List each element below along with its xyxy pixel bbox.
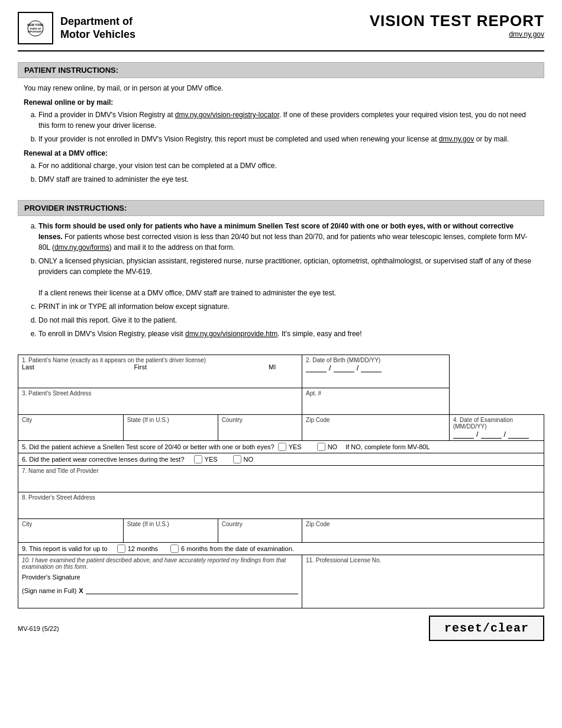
state-input[interactable] (127, 423, 214, 436)
last-label: Last (22, 363, 134, 371)
patient-intro: You may renew online, by mail, or in per… (24, 83, 538, 94)
provider-name-cell: 7. Name and Title of Provider (18, 466, 544, 492)
snellen-no-text: NO (328, 443, 338, 450)
svg-text:STATE OF: STATE OF (30, 27, 41, 30)
city-input[interactable] (22, 423, 119, 436)
apt-input[interactable] (306, 397, 445, 410)
provider-city-cell: City (18, 519, 124, 543)
form-row-8b: City State (If in U.S.) Country Zip Code (18, 519, 544, 543)
report-title-area: VISION TEST REPORT dmv.ny.gov (370, 12, 544, 38)
corrective-no-text: NO (244, 456, 254, 463)
city-label: City (22, 417, 119, 423)
zip-cell: Zip Code (302, 415, 450, 441)
form-row-6: 6. Did the patient wear corrective lense… (18, 453, 544, 466)
license-no-input[interactable] (306, 563, 540, 576)
zip-input[interactable] (306, 423, 445, 436)
sig-label-row: Provider's Signature (22, 574, 298, 581)
exam-day-input[interactable] (481, 430, 502, 439)
provider-country-cell: Country (218, 519, 302, 543)
vision-provide-link: dmv.ny.gov/visionprovide.htm (185, 330, 277, 338)
ny-state-logo: NEW YORK STATE OF OPPORTUNITY. (18, 12, 53, 44)
form-table: 1. Patient's Name (exactly as it appears… (18, 355, 544, 608)
report-title: VISION TEST REPORT (370, 12, 544, 30)
city-cell: City (18, 415, 124, 441)
exam-month-input[interactable] (453, 430, 474, 439)
street-address-cell: 3. Patient's Street Address (18, 388, 302, 415)
field2-label: 2. Date of Birth (MM/DD/YY) (306, 357, 445, 363)
twelve-months-label[interactable]: 12 months (117, 545, 158, 553)
corrective-no-checkbox[interactable] (233, 455, 241, 463)
country-input[interactable] (222, 423, 298, 436)
corrective-row: 6. Did the patient wear corrective lense… (22, 455, 540, 463)
exam-year-input[interactable] (508, 430, 529, 439)
snellen-no-label[interactable]: NO (317, 443, 338, 451)
country-label: Country (222, 417, 298, 423)
corrective-no-label[interactable]: NO (233, 455, 254, 463)
sign-full-label: (Sign name in Full) (22, 587, 76, 594)
dob-date-row: / / (306, 363, 445, 372)
valid-period-cell: 9. This report is valid for up to 12 mon… (18, 543, 544, 555)
dept-name: Department of Motor Vehicles (60, 15, 135, 41)
provider-country-label: Country (222, 521, 298, 527)
dob-day-input[interactable] (334, 363, 354, 372)
six-months-label[interactable]: 6 months from the date of examination. (170, 545, 294, 553)
dob-slash1: / (329, 363, 331, 372)
exam-date-cell: 4. Date of Examination (MM/DD/YY) / / (449, 415, 544, 441)
patient-name-input[interactable] (22, 371, 298, 386)
online-label: Renewal online or by mail: (24, 97, 538, 108)
form-number: MV-619 (5/22) (18, 625, 59, 632)
valid-period-label: 9. This report is valid for up to (22, 545, 108, 552)
reset-clear-button[interactable]: reset/clear (429, 616, 544, 641)
provider-address-input[interactable] (22, 501, 540, 514)
street-address-input[interactable] (22, 397, 298, 410)
dob-year-input[interactable] (361, 363, 382, 372)
dept-line1: Department of (60, 15, 133, 27)
license-cell: 11. Professional License No. (302, 555, 544, 608)
office-item-a: For no additional charge, your vision te… (38, 160, 538, 171)
form-row-2: 3. Patient's Street Address Apt. # (18, 388, 544, 415)
bottom-bar: MV-619 (5/22) reset/clear (18, 616, 544, 641)
dmv-url: dmv.ny.gov (370, 30, 544, 38)
valid-period-row: 9. This report is valid for up to 12 mon… (22, 545, 540, 553)
snellen-no-checkbox[interactable] (317, 443, 325, 451)
apt-label: Apt. # (306, 390, 445, 397)
exam-slash2: / (504, 430, 506, 439)
provider-name-input[interactable] (22, 474, 540, 487)
six-months-checkbox[interactable] (170, 545, 179, 553)
provider-instructions-header: PROVIDER INSTRUCTIONS: (18, 200, 544, 216)
exam-date-row: / / (453, 430, 540, 439)
snellen-yes-checkbox[interactable] (278, 443, 286, 451)
corrective-yes-text: YES (205, 456, 218, 463)
patient-name-cell: 1. Patient's Name (exactly as it appears… (18, 355, 302, 388)
field3-label: 3. Patient's Street Address (22, 390, 298, 397)
exam-date-label: 4. Date of Examination (MM/DD/YY) (453, 417, 540, 430)
provider-state-input[interactable] (127, 527, 214, 540)
field1-label: 1. Patient's Name (exactly as it appears… (22, 357, 298, 363)
vision-registry-link: dmv.ny.gov/vision-registry-locator (175, 111, 279, 119)
corrective-label: 6. Did the patient wear corrective lense… (22, 456, 185, 463)
dmv-gov-link: dmv.ny.gov (439, 135, 474, 143)
snellen-cell: 5. Did the patient achieve a Snellen Tes… (18, 441, 544, 453)
twelve-months-checkbox[interactable] (117, 545, 125, 553)
page-header: NEW YORK STATE OF OPPORTUNITY. Departmen… (18, 12, 544, 51)
field10-text: 10. I have examined the patient describe… (22, 557, 286, 570)
six-months-text: 6 months from the date of examination. (181, 545, 294, 552)
corrective-yes-checkbox[interactable] (194, 455, 202, 463)
provider-country-input[interactable] (222, 527, 298, 540)
online-item-b: If your provider is not enrolled in DMV'… (38, 134, 538, 144)
twelve-months-text: 12 months (128, 545, 158, 552)
provider-zip-input[interactable] (306, 527, 540, 540)
form-row-3: City State (If in U.S.) Country Zip Code… (18, 415, 544, 441)
dept-line2: Motor Vehicles (60, 28, 135, 40)
snellen-yes-label[interactable]: YES (278, 443, 302, 451)
patient-instructions-content: You may renew online, by mail, or in per… (18, 83, 544, 194)
dob-month-input[interactable] (306, 363, 327, 372)
snellen-label: 5. Did the patient achieve a Snellen Tes… (22, 443, 274, 450)
signature-input[interactable] (86, 584, 298, 594)
provider-city-input[interactable] (22, 527, 119, 540)
corrective-yes-label[interactable]: YES (194, 455, 218, 463)
form-row-8: 8. Provider's Street Address (18, 492, 544, 519)
provider-zip-label: Zip Code (306, 521, 540, 527)
provider-city-label: City (22, 521, 119, 527)
mi-label: MI (269, 363, 298, 371)
